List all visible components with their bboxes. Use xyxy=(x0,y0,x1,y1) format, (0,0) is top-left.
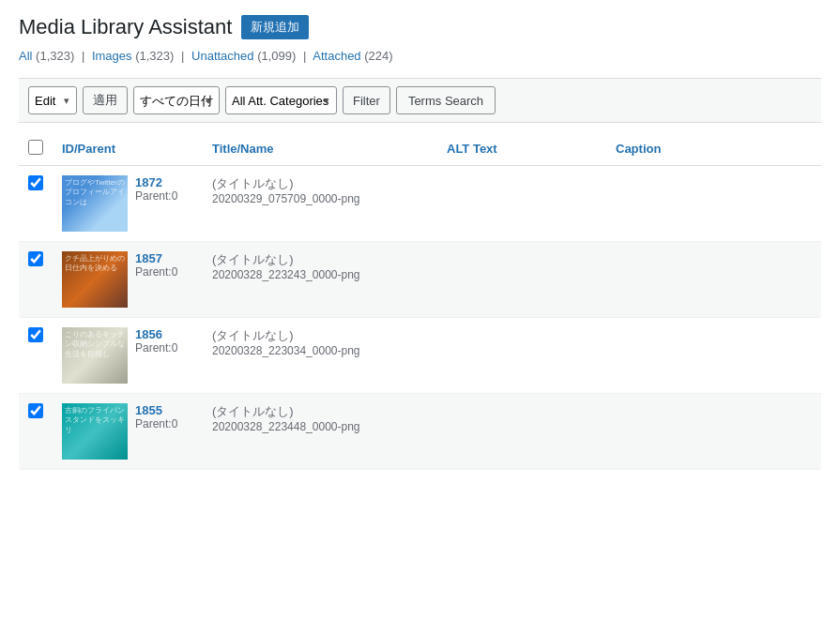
row-id-parent-cell: クチ品上がりめの日仕内を決める 1857 Parent:0 xyxy=(53,242,203,318)
filter-link-unattached[interactable]: Unattached xyxy=(191,49,254,63)
row-checkbox[interactable] xyxy=(28,403,43,418)
id-parent-info: 1857 Parent:0 xyxy=(135,251,177,279)
row-alt-cell xyxy=(437,242,606,318)
th-alt-text: ALT Text xyxy=(437,132,606,166)
row-checkbox[interactable] xyxy=(28,327,43,342)
row-id: 1872 xyxy=(135,175,177,189)
row-checkbox-cell xyxy=(19,242,53,318)
date-select[interactable]: すべての日付 xyxy=(133,86,220,114)
thumb-overlay-text: こりのあるキッチン収納シンプルな生活を目指し xyxy=(62,327,128,384)
row-caption-cell xyxy=(606,242,821,318)
page-title: Media Library Assistant xyxy=(19,15,232,39)
table-row: こりのあるキッチン収納シンプルな生活を目指し 1856 Parent:0 (タイ… xyxy=(19,318,821,394)
row-caption-cell xyxy=(606,318,821,394)
row-alt-cell xyxy=(437,166,606,242)
filter-count-unattached: (1,099) xyxy=(257,49,296,63)
row-name: 20200329_075709_0000-png xyxy=(212,192,428,205)
row-id: 1856 xyxy=(135,327,177,341)
row-thumbnail: こりのあるキッチン収納シンプルな生活を目指し xyxy=(62,327,128,384)
row-name: 20200328_223448_0000-png xyxy=(212,420,428,433)
action-select[interactable]: Edit Delete xyxy=(28,86,77,114)
thumb-overlay-text: ブログやTwitterのプロフィールアイコンは xyxy=(62,175,128,232)
row-title-cell: (タイトルなし) 20200328_223448_0000-png xyxy=(203,394,437,470)
filter-count-all: (1,323) xyxy=(36,49,74,63)
row-id: 1857 xyxy=(135,251,177,265)
row-caption-cell xyxy=(606,166,821,242)
filter-links: All (1,323) | Images (1,323) | Unattache… xyxy=(19,49,821,63)
id-parent-info: 1856 Parent:0 xyxy=(135,327,177,355)
terms-search-button[interactable]: Terms Search xyxy=(396,86,496,114)
row-thumb-container: 古銅のフライパンスタンドをスッキリ 1855 Parent:0 xyxy=(62,403,193,460)
date-select-wrap: すべての日付 xyxy=(133,86,220,114)
row-caption-cell xyxy=(606,394,821,470)
row-id-parent-cell: 古銅のフライパンスタンドをスッキリ 1855 Parent:0 xyxy=(53,394,203,470)
row-title: (タイトルなし) xyxy=(212,327,428,344)
row-checkbox-cell xyxy=(19,394,53,470)
row-thumb-container: こりのあるキッチン収納シンプルな生活を目指し 1856 Parent:0 xyxy=(62,327,193,384)
row-thumb-container: クチ品上がりめの日仕内を決める 1857 Parent:0 xyxy=(62,251,193,308)
add-new-button[interactable]: 新規追加 xyxy=(241,15,309,39)
row-parent: Parent:0 xyxy=(135,341,177,355)
row-id-parent-cell: ブログやTwitterのプロフィールアイコンは 1872 Parent:0 xyxy=(53,166,203,242)
table-row: ブログやTwitterのプロフィールアイコンは 1872 Parent:0 (タ… xyxy=(19,166,821,242)
row-parent: Parent:0 xyxy=(135,189,177,203)
row-thumb-container: ブログやTwitterのプロフィールアイコンは 1872 Parent:0 xyxy=(62,175,193,232)
row-checkbox[interactable] xyxy=(28,251,43,266)
thumb-overlay-text: 古銅のフライパンスタンドをスッキリ xyxy=(62,403,128,460)
row-thumbnail: クチ品上がりめの日仕内を決める xyxy=(62,251,128,308)
thumb-overlay-text: クチ品上がりめの日仕内を決める xyxy=(62,251,128,308)
row-alt-cell xyxy=(437,394,606,470)
th-checkbox xyxy=(19,132,53,166)
th-title-name: Title/Name xyxy=(203,132,437,166)
filter-button[interactable]: Filter xyxy=(343,86,390,114)
action-select-wrap: Edit Delete xyxy=(28,86,77,114)
media-table: ID/Parent Title/Name ALT Text Caption xyxy=(19,132,821,470)
filter-link-images[interactable]: Images xyxy=(92,49,132,63)
filter-link-all[interactable]: All xyxy=(19,49,32,63)
filter-link-attached[interactable]: Attached xyxy=(313,49,360,63)
row-checkbox-cell xyxy=(19,166,53,242)
th-caption: Caption xyxy=(606,132,821,166)
row-checkbox-cell xyxy=(19,318,53,394)
row-title-cell: (タイトルなし) 20200328_223243_0000-png xyxy=(203,242,437,318)
category-select-wrap: All Att. Categories xyxy=(225,86,337,114)
filter-count-images: (1,323) xyxy=(135,49,174,63)
row-title-cell: (タイトルなし) 20200329_075709_0000-png xyxy=(203,166,437,242)
row-title: (タイトルなし) xyxy=(212,403,428,420)
select-all-checkbox[interactable] xyxy=(28,140,43,155)
table-row: 古銅のフライパンスタンドをスッキリ 1855 Parent:0 (タイトルなし)… xyxy=(19,394,821,470)
category-select[interactable]: All Att. Categories xyxy=(225,86,337,114)
row-id: 1855 xyxy=(135,403,177,417)
row-thumbnail: 古銅のフライパンスタンドをスッキリ xyxy=(62,403,128,460)
table-row: クチ品上がりめの日仕内を決める 1857 Parent:0 (タイトルなし) 2… xyxy=(19,242,821,318)
row-parent: Parent:0 xyxy=(135,265,177,279)
toolbar: Edit Delete 適用 すべての日付 All Att. Categorie… xyxy=(19,78,821,123)
apply-button[interactable]: 適用 xyxy=(83,86,128,114)
row-title: (タイトルなし) xyxy=(212,175,428,192)
id-parent-info: 1872 Parent:0 xyxy=(135,175,177,203)
row-name: 20200328_223034_0000-png xyxy=(212,344,428,357)
id-parent-info: 1855 Parent:0 xyxy=(135,403,177,430)
row-parent: Parent:0 xyxy=(135,417,177,430)
row-checkbox[interactable] xyxy=(28,175,43,190)
row-title-cell: (タイトルなし) 20200328_223034_0000-png xyxy=(203,318,437,394)
th-id-parent: ID/Parent xyxy=(53,132,203,166)
row-alt-cell xyxy=(437,318,606,394)
row-title: (タイトルなし) xyxy=(212,251,428,268)
filter-count-attached: (224) xyxy=(364,49,392,63)
row-thumbnail: ブログやTwitterのプロフィールアイコンは xyxy=(62,175,128,232)
row-id-parent-cell: こりのあるキッチン収納シンプルな生活を目指し 1856 Parent:0 xyxy=(53,318,203,394)
row-name: 20200328_223243_0000-png xyxy=(212,268,428,281)
